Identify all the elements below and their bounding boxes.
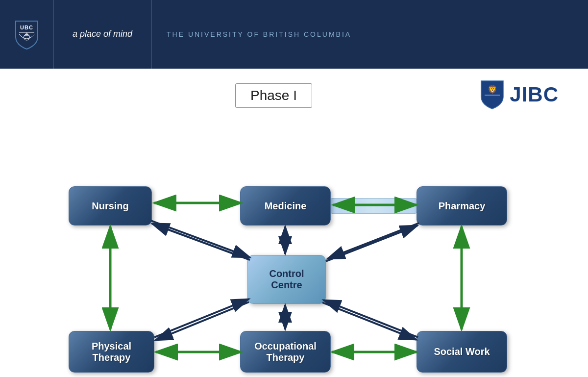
control-centre-label: ControlCentre [269,268,304,291]
university-name: THE UNIVERSITY OF BRITISH COLUMBIA [167,30,351,38]
control-pharmacy-arrow [326,226,417,261]
control-centre-node: ControlCentre [247,255,326,304]
nursing-control-arrow [151,221,250,257]
university-name-area: THE UNIVERSITY OF BRITISH COLUMBIA [152,0,588,69]
physical-therapy-node: PhysicalTherapy [69,331,154,373]
ubc-shield-icon: UBC [13,19,40,50]
tagline-area: a place of mind [54,0,152,69]
pharmacy-node: Pharmacy [416,186,507,226]
svg-text:UBC: UBC [20,25,33,30]
phase-label: Phase I [235,83,312,108]
pt-control-arrow [154,299,249,337]
svg-text:🦁: 🦁 [488,85,497,94]
jibc-shield-icon: 🦁 [479,78,506,110]
pharmacy-control-arrow [327,223,419,259]
header: UBC a place of mind THE UNIVERSITY OF BR… [0,0,588,69]
jibc-logo-area: 🦁 JIBC [479,78,559,110]
sw-control-arrow [323,300,418,337]
nursing-node: Nursing [69,186,152,226]
medicine-node: Medicine [240,186,331,226]
ubc-logo: UBC [13,19,40,50]
social-work-node: Social Work [416,331,507,373]
occupational-therapy-node: OccupationalTherapy [240,331,331,373]
main-content: Phase I 🦁 JIBC Nursing Medicine Pharmacy… [0,69,588,377]
occupational-therapy-label: OccupationalTherapy [254,341,317,363]
ubc-logo-area: UBC [0,0,54,69]
control-sw-arrow [322,302,416,340]
control-nursing-arrow [152,224,250,260]
control-pt-arrow [155,302,249,340]
medicine-pharmacy-connector [330,198,417,214]
tagline-text: a place of mind [73,28,132,40]
physical-therapy-label: PhysicalTherapy [92,341,131,363]
jibc-text: JIBC [510,83,559,106]
